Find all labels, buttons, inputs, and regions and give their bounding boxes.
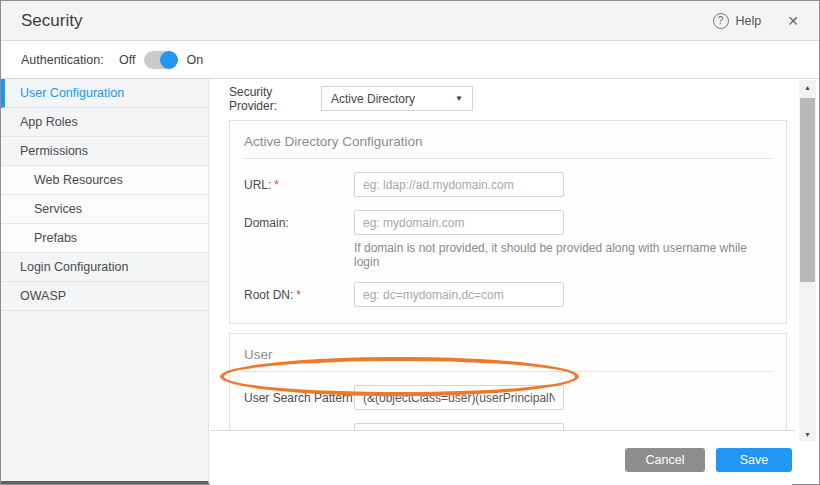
domain-help-text: If domain is not provided, it should be …	[354, 241, 772, 269]
toggle-knob	[160, 51, 178, 69]
sidebar-item-user-configuration[interactable]: User Configuration	[1, 79, 208, 108]
security-provider-value: Active Directory	[331, 92, 415, 106]
active-directory-panel-title: Active Directory Configuration	[244, 121, 772, 159]
close-icon[interactable]: ✕	[787, 13, 799, 29]
authentication-label: Authentication:	[21, 53, 119, 67]
toggle-off-label: Off	[119, 53, 135, 67]
active-directory-panel: Active Directory Configuration URL:* Dom…	[229, 120, 787, 324]
security-provider-label: Security Provider:	[229, 85, 321, 113]
sidebar-item-app-roles[interactable]: App Roles	[1, 108, 208, 137]
security-provider-row: Security Provider: Active Directory ▼	[229, 86, 787, 111]
domain-input[interactable]	[354, 210, 564, 235]
user-search-pattern-input[interactable]	[354, 385, 564, 410]
toggle-on-label: On	[186, 53, 203, 67]
root-dn-input[interactable]	[354, 282, 564, 307]
page-title: Security	[21, 11, 82, 31]
security-dialog: Security ? Help ✕ Authentication: Off On…	[0, 0, 820, 485]
sidebar: User Configuration App Roles Permissions…	[1, 79, 209, 484]
user-panel: User User Search Pattern:* Test Username…	[229, 333, 787, 431]
domain-field-row: Domain:	[244, 210, 772, 235]
sidebar-item-owasp[interactable]: OWASP	[1, 282, 208, 311]
test-username-row: Test Username:*	[244, 423, 772, 431]
footer-actions: Cancel Save	[210, 431, 792, 485]
sidebar-item-login-configuration[interactable]: Login Configuration	[1, 253, 208, 282]
user-search-pattern-row: User Search Pattern:*	[244, 385, 772, 410]
chevron-down-icon: ▼	[455, 94, 463, 103]
sidebar-item-permissions[interactable]: Permissions	[1, 137, 208, 166]
root-dn-field-row: Root DN:*	[244, 282, 772, 307]
dialog-header: Security ? Help ✕	[1, 1, 819, 41]
domain-label: Domain:	[244, 216, 354, 230]
header-actions: ? Help ✕	[713, 13, 799, 29]
sidebar-item-services[interactable]: Services	[1, 195, 208, 224]
help-button[interactable]: Help	[736, 14, 762, 28]
security-provider-select[interactable]: Active Directory ▼	[321, 86, 473, 111]
user-panel-title: User	[244, 334, 772, 372]
vertical-scrollbar[interactable]: ▲ ▼	[799, 80, 816, 441]
sidebar-item-prefabs[interactable]: Prefabs	[1, 224, 208, 253]
user-search-pattern-label: User Search Pattern:*	[244, 391, 354, 405]
help-icon[interactable]: ?	[713, 13, 729, 29]
save-button[interactable]: Save	[716, 448, 792, 472]
url-label: URL:*	[244, 178, 354, 192]
sidebar-item-web-resources[interactable]: Web Resources	[1, 166, 208, 195]
authentication-toggle[interactable]	[144, 51, 177, 69]
authentication-row: Authentication: Off On	[1, 41, 819, 79]
required-asterisk: *	[296, 288, 301, 302]
root-dn-label: Root DN:*	[244, 288, 354, 302]
cancel-button[interactable]: Cancel	[625, 448, 705, 472]
required-asterisk: *	[274, 178, 279, 192]
scroll-up-icon[interactable]: ▲	[799, 80, 816, 94]
scroll-down-icon[interactable]: ▼	[799, 427, 816, 441]
url-field-row: URL:*	[244, 172, 772, 197]
scrollbar-track[interactable]	[799, 94, 816, 427]
url-input[interactable]	[354, 172, 564, 197]
scrollbar-thumb[interactable]	[800, 98, 815, 282]
test-username-input[interactable]	[354, 423, 564, 431]
content-viewport: Security Provider: Active Directory ▼ Ac…	[210, 79, 796, 431]
